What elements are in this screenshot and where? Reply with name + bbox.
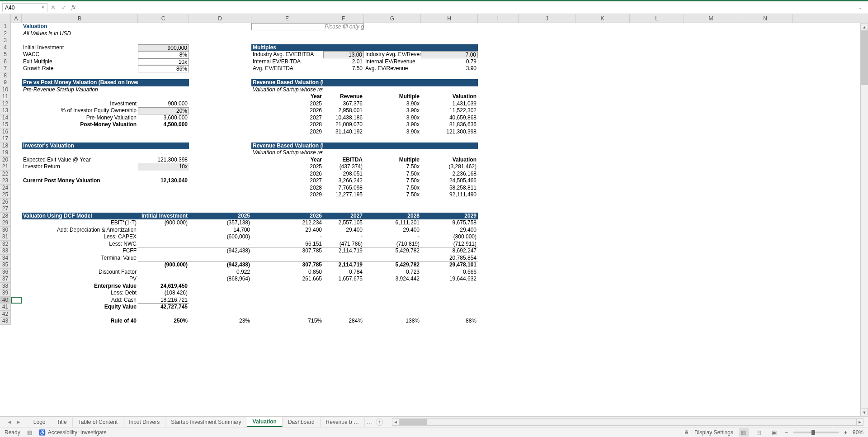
macro-icon[interactable]: ▦ — [27, 429, 32, 436]
add-sheet-button[interactable]: + — [376, 418, 383, 426]
input-cell[interactable]: 900,000 — [138, 44, 189, 52]
zoom-out-button[interactable]: − — [785, 429, 788, 436]
scroll-left-icon[interactable]: ◄ — [392, 418, 399, 426]
row-header[interactable]: 30 — [0, 227, 11, 234]
page-layout-view-icon[interactable]: ▤ — [754, 428, 764, 437]
scroll-up-icon[interactable]: ▲ — [861, 23, 868, 31]
row-header[interactable]: 7 — [0, 65, 11, 72]
col-header[interactable]: J — [519, 14, 576, 23]
zoom-level[interactable]: 90% — [853, 429, 863, 436]
row-header[interactable]: 15 — [0, 121, 11, 128]
col-header[interactable]: I — [478, 14, 519, 23]
expand-formula-bar-icon[interactable]: ⌄ — [859, 5, 866, 10]
zoom-slider[interactable] — [793, 432, 839, 433]
tab-toc[interactable]: Table of Content — [73, 418, 123, 427]
row-header[interactable]: 5 — [0, 51, 11, 58]
row-header[interactable]: 6 — [0, 58, 11, 66]
tab-revenue-b[interactable]: Revenue b … — [321, 418, 365, 427]
row-header[interactable]: 19 — [0, 149, 11, 157]
selected-cell[interactable] — [11, 297, 22, 304]
input-cell[interactable]: 20% — [138, 107, 189, 114]
col-header[interactable]: M — [684, 14, 738, 23]
row-header[interactable]: 27 — [0, 205, 11, 213]
row-header[interactable]: 40 — [0, 297, 11, 304]
row-header[interactable]: 24 — [0, 185, 11, 192]
col-header[interactable]: K — [576, 14, 630, 23]
row-header[interactable]: 34 — [0, 255, 11, 262]
row-header[interactable]: 13 — [0, 107, 11, 114]
row-header[interactable]: 14 — [0, 114, 11, 122]
scroll-down-icon[interactable]: ▼ — [861, 408, 868, 416]
status-accessibility[interactable]: Accessibility: Investigate — [48, 429, 107, 436]
display-settings-label[interactable]: Display Settings — [694, 429, 733, 436]
col-header[interactable]: N — [738, 14, 793, 23]
tab-nav-next-icon[interactable]: ► — [16, 419, 21, 425]
row-header[interactable]: 26 — [0, 199, 11, 206]
tab-title[interactable]: Title — [51, 418, 72, 427]
col-header[interactable]: G — [364, 14, 421, 23]
row-header[interactable]: 29 — [0, 219, 11, 227]
row-header[interactable]: 12 — [0, 100, 11, 108]
row-header[interactable]: 41 — [0, 304, 11, 311]
col-header[interactable]: A — [11, 14, 22, 23]
input-cell[interactable]: 13.00 — [323, 51, 364, 58]
row-header[interactable]: 8 — [0, 72, 11, 80]
row-header[interactable]: 20 — [0, 157, 11, 164]
col-header[interactable]: F — [323, 14, 364, 23]
row-header[interactable]: 25 — [0, 191, 11, 199]
row-header[interactable]: 22 — [0, 171, 11, 178]
row-header[interactable]: 35 — [0, 261, 11, 269]
accessibility-icon[interactable]: ♿ — [39, 429, 46, 436]
scroll-thumb[interactable] — [861, 31, 868, 85]
row-header[interactable]: 11 — [0, 93, 11, 100]
tab-valuation[interactable]: Valuation — [247, 417, 283, 427]
row-header[interactable]: 33 — [0, 247, 11, 255]
row-header[interactable]: 31 — [0, 233, 11, 241]
row-header[interactable]: 23 — [0, 177, 11, 185]
row-header[interactable]: 18 — [0, 142, 11, 150]
row-header[interactable]: 42 — [0, 311, 11, 318]
col-header[interactable]: D — [189, 14, 251, 23]
col-header[interactable]: H — [421, 14, 478, 23]
page-break-view-icon[interactable]: ▣ — [769, 428, 779, 437]
name-box[interactable]: A40 ▼ — [2, 3, 47, 12]
zoom-in-button[interactable]: + — [844, 429, 847, 436]
row-header[interactable]: 21 — [0, 163, 11, 171]
row-header[interactable]: 17 — [0, 135, 11, 142]
input-cell[interactable]: 10x — [138, 163, 189, 171]
row-header[interactable]: 32 — [0, 241, 11, 248]
row-header[interactable]: 2 — [0, 30, 11, 38]
tab-nav-first-icon[interactable]: ◄ — [7, 419, 12, 425]
row-header[interactable]: 43 — [0, 318, 11, 325]
normal-view-icon[interactable]: ▦ — [739, 428, 749, 437]
name-box-dropdown-icon[interactable]: ▼ — [41, 5, 45, 10]
row-header[interactable]: 16 — [0, 128, 11, 136]
col-header[interactable]: C — [138, 14, 189, 23]
vertical-scrollbar[interactable]: ▲ ▼ — [860, 23, 868, 416]
cancel-icon[interactable]: ✕ — [47, 4, 58, 11]
row-header[interactable]: 37 — [0, 276, 11, 283]
input-cell[interactable]: 7.00 — [421, 51, 478, 58]
confirm-icon[interactable]: ✓ — [58, 4, 69, 11]
row-header[interactable]: 9 — [0, 79, 11, 86]
row-header[interactable]: 1 — [0, 23, 11, 30]
scroll-thumb[interactable] — [400, 419, 427, 425]
scroll-right-icon[interactable]: ► — [856, 418, 863, 426]
fx-icon[interactable]: fx — [71, 4, 75, 11]
horizontal-scrollbar[interactable] — [399, 418, 856, 426]
tab-input-drivers[interactable]: Input Drivers — [123, 418, 165, 427]
row-header[interactable]: 39 — [0, 290, 11, 297]
tab-logo[interactable]: Logo — [28, 418, 52, 427]
col-header[interactable]: L — [630, 14, 684, 23]
row-header[interactable]: 3 — [0, 37, 11, 44]
tab-dashboard[interactable]: Dashboard — [283, 418, 321, 427]
display-settings-icon[interactable]: 🖥 — [684, 429, 689, 436]
col-header[interactable]: B — [22, 14, 138, 23]
row-header[interactable]: 10 — [0, 86, 11, 94]
row-header[interactable]: 38 — [0, 283, 11, 290]
col-header[interactable]: E — [251, 14, 323, 23]
row-header[interactable]: 4 — [0, 44, 11, 52]
tab-startup-summary[interactable]: Startup Investment Summary — [165, 418, 247, 427]
row-header[interactable]: 36 — [0, 269, 11, 276]
spreadsheet-grid[interactable]: 1ValuationPlease fill only grey cell 2Al… — [0, 23, 868, 325]
